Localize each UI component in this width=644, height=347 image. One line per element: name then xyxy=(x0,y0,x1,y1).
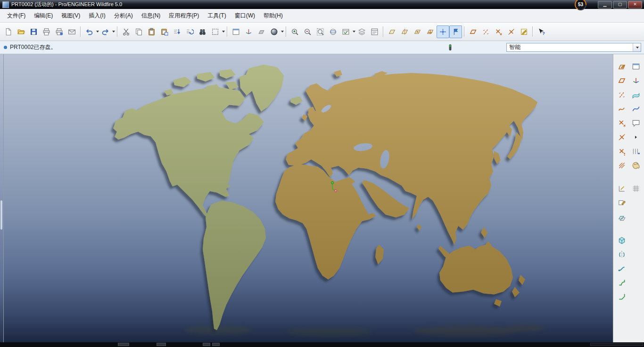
datum-plane-display-toggle[interactable] xyxy=(386,25,398,38)
datum-axis-create-button[interactable] xyxy=(479,25,492,38)
component-display-button[interactable] xyxy=(255,25,268,38)
revolve-tool-button[interactable] xyxy=(615,248,628,260)
annotation-display-toggle[interactable] xyxy=(449,25,462,38)
menu-item[interactable]: 工具(T) xyxy=(203,10,230,22)
taskbar-window-thumb[interactable] xyxy=(212,343,220,346)
taskbar-tray[interactable] xyxy=(590,343,643,346)
menu-item[interactable]: 插入(I) xyxy=(84,10,109,22)
find-button[interactable] xyxy=(196,25,209,38)
world-map-model[interactable] xyxy=(4,54,613,342)
point-array-tool-button[interactable] xyxy=(615,145,628,157)
model-window-button[interactable] xyxy=(230,25,242,38)
menu-item[interactable]: 应用程序(P) xyxy=(165,10,203,22)
render-dropdown-caret[interactable] xyxy=(281,31,284,33)
sash-handle[interactable] xyxy=(0,200,2,230)
copy-geometry-tool-button[interactable] xyxy=(629,60,643,73)
sweep-tool-button[interactable] xyxy=(615,262,628,274)
orient-mode-tool-button[interactable] xyxy=(629,74,643,87)
paste-special-button[interactable] xyxy=(158,25,171,38)
cut-button[interactable] xyxy=(120,25,132,38)
application-window: PRT0002 (活动的) - Pro/ENGINEER Wildfire 5.… xyxy=(0,0,644,347)
offset-tool-button[interactable] xyxy=(615,210,628,223)
flyout-arrow-button[interactable] xyxy=(629,131,643,143)
menu-item[interactable]: 编辑(E) xyxy=(30,10,57,22)
sketch-tool-button[interactable] xyxy=(615,60,628,73)
select-dropdown-caret[interactable] xyxy=(222,31,225,33)
datum-point-display-toggle[interactable] xyxy=(411,25,424,38)
render-style-button[interactable] xyxy=(268,25,281,38)
chamfer-tool-button[interactable] xyxy=(615,290,628,303)
use-edge-tool-button[interactable] xyxy=(615,159,628,172)
menu-item[interactable]: 帮助(H) xyxy=(259,10,287,22)
close-button[interactable]: ✕ xyxy=(628,1,642,8)
dimension-tool-button[interactable] xyxy=(615,182,628,195)
menu-item[interactable]: 文件(F) xyxy=(3,10,30,22)
datum-curve-tool-button[interactable] xyxy=(615,102,628,115)
datum-plane-create-button[interactable] xyxy=(467,25,479,38)
undo-button[interactable] xyxy=(83,25,96,38)
gauge-widget[interactable]: 53 xyxy=(575,0,586,10)
status-message: PRT0002已存盘。 xyxy=(10,43,56,51)
point-array-tool-icon xyxy=(618,147,626,156)
print-setup-button[interactable] xyxy=(53,25,66,38)
datum-point-create-button[interactable] xyxy=(492,25,505,38)
menu-item[interactable]: 信息(N) xyxy=(137,10,165,22)
datum-axis-tool-button[interactable] xyxy=(615,88,628,101)
send-mail-button[interactable] xyxy=(66,25,78,38)
regenerate-button[interactable] xyxy=(171,25,183,38)
coordinate-system-tool-button[interactable] xyxy=(615,131,628,143)
context-help-button[interactable]: ? xyxy=(535,25,548,38)
view-manager-button[interactable] xyxy=(368,25,381,38)
datum-point-tool-button[interactable] xyxy=(615,116,628,129)
paste-special-icon xyxy=(160,28,168,36)
modify-tool-button[interactable] xyxy=(615,196,628,209)
pattern-tool-button[interactable] xyxy=(629,145,643,157)
layers-button[interactable] xyxy=(355,25,368,38)
save-button[interactable] xyxy=(27,25,40,38)
taskbar-window-thumb[interactable] xyxy=(157,343,166,346)
datum-csys-display-toggle[interactable] xyxy=(424,25,437,38)
redo-button[interactable] xyxy=(99,25,112,38)
zoom-in-button[interactable] xyxy=(289,25,301,38)
maximize-button[interactable]: ▢ xyxy=(613,1,627,8)
graphics-viewport[interactable] xyxy=(4,54,613,342)
feature-toolbar-column-2 xyxy=(629,60,643,342)
saved-views-button[interactable] xyxy=(339,25,352,38)
select-region-button[interactable] xyxy=(209,25,222,38)
datum-csys-create-button[interactable] xyxy=(505,25,518,38)
new-file-button[interactable] xyxy=(2,25,15,38)
open-file-button[interactable] xyxy=(15,25,27,38)
refit-button[interactable] xyxy=(314,25,327,38)
datum-axis-display-toggle[interactable] xyxy=(398,25,411,38)
round-tool-icon xyxy=(618,278,626,287)
drag-3d-button[interactable] xyxy=(242,25,255,38)
combobox-dropdown-button[interactable] xyxy=(633,43,641,51)
surface-tool-button[interactable] xyxy=(629,88,643,101)
reorient-button[interactable] xyxy=(327,25,339,38)
extrude-tool-button[interactable] xyxy=(615,233,628,246)
selection-filter-combobox[interactable]: 智能 xyxy=(506,43,641,52)
round-tool-button[interactable] xyxy=(615,276,628,289)
copy-button[interactable] xyxy=(132,25,145,38)
menu-item[interactable]: 分析(A) xyxy=(110,10,137,22)
spin-center-toggle[interactable] xyxy=(437,25,449,38)
menu-item[interactable]: 视图(V) xyxy=(57,10,84,22)
redo-dropdown-caret[interactable] xyxy=(112,31,115,33)
window-title: PRT0002 (活动的) - Pro/ENGINEER Wildfire 5.… xyxy=(11,1,122,8)
grid-tool-button[interactable] xyxy=(629,182,643,195)
menu-item[interactable]: 窗口(W) xyxy=(231,10,259,22)
style-tool-button[interactable] xyxy=(629,102,643,115)
zoom-out-button[interactable] xyxy=(301,25,314,38)
regeneration-status-icon[interactable] xyxy=(447,44,454,51)
annotation-tool-button[interactable] xyxy=(629,116,643,129)
regenerate-manager-button[interactable] xyxy=(183,25,196,38)
taskbar-window-thumb[interactable] xyxy=(118,343,129,346)
taskbar-window-thumb[interactable] xyxy=(203,343,210,346)
minimize-button[interactable]: ▁ xyxy=(598,1,612,8)
palette-tool-button[interactable] xyxy=(629,159,643,172)
sketch-create-button[interactable] xyxy=(518,25,530,38)
paste-button[interactable] xyxy=(145,25,158,38)
datum-plane-tool-button[interactable] xyxy=(615,74,628,87)
selection-box-icon xyxy=(211,28,219,36)
print-button[interactable] xyxy=(40,25,53,38)
